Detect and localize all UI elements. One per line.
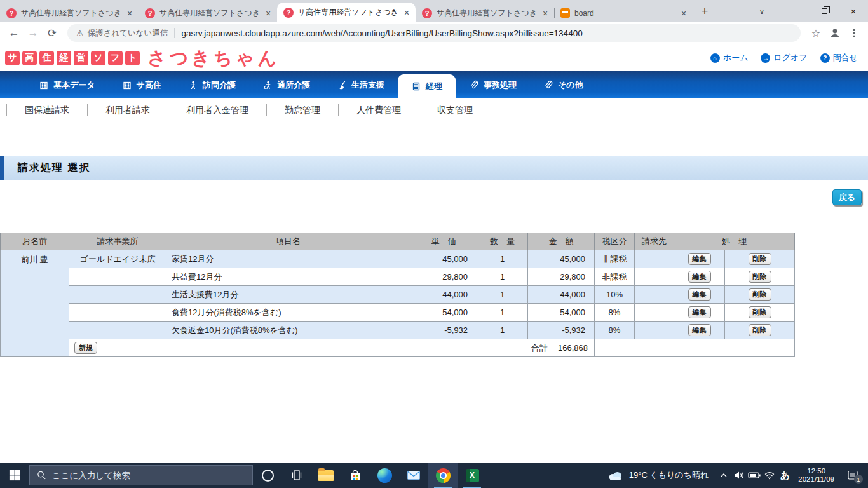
edit-button[interactable]: 編集 bbox=[688, 271, 711, 282]
tab-close-icon[interactable]: × bbox=[679, 8, 689, 18]
office-cell bbox=[69, 304, 166, 322]
delete-button[interactable]: 削除 bbox=[749, 324, 771, 336]
nav-tab-基本データ[interactable]: 基本データ bbox=[25, 71, 109, 98]
edit-button[interactable]: 編集 bbox=[688, 324, 711, 336]
reload-icon[interactable]: ⟳ bbox=[43, 24, 61, 42]
amount-cell: 29,800 bbox=[528, 268, 595, 286]
header-link-logoff[interactable]: →ログオフ bbox=[761, 52, 807, 64]
office-cell bbox=[69, 322, 166, 339]
new-tab-button[interactable]: + bbox=[696, 3, 713, 20]
app-logo: サ高住経営ソフト さつきちゃん bbox=[5, 49, 280, 67]
nav-tab-経理[interactable]: 経理 bbox=[398, 74, 456, 98]
edit-button[interactable]: 編集 bbox=[688, 253, 711, 264]
header-links: ⌂ホーム→ログオフ?問合せ bbox=[710, 52, 858, 64]
delete-button[interactable]: 削除 bbox=[749, 288, 771, 300]
folder-icon bbox=[318, 470, 334, 481]
weather-text: 19°C くもりのち晴れ bbox=[629, 470, 709, 481]
bookmark-star-icon[interactable]: ☆ bbox=[807, 24, 825, 42]
cortana-button[interactable] bbox=[253, 463, 282, 488]
nav-tab-通所介護[interactable]: 通所介護 bbox=[249, 71, 323, 98]
edge-button[interactable] bbox=[370, 463, 399, 488]
amount-cell: -5,932 bbox=[528, 322, 595, 339]
item-cell: 家賃12月分 bbox=[166, 250, 410, 268]
nav-tab-label: 経理 bbox=[426, 81, 442, 92]
billing-row: 生活支援費12月分44,000144,00010%編集削除 bbox=[1, 286, 795, 304]
billto-cell bbox=[635, 304, 674, 322]
subnav-item-勤怠管理[interactable]: 勤怠管理 bbox=[267, 104, 339, 116]
taskbar-search[interactable] bbox=[29, 465, 253, 485]
edit-button[interactable]: 編集 bbox=[688, 288, 711, 300]
tab-title: サ高住専用経営ソフトさつきちゃ bbox=[298, 7, 397, 18]
excel-button[interactable]: X bbox=[458, 463, 487, 488]
tab-close-icon[interactable]: × bbox=[540, 8, 550, 18]
subnav-item-利用者入金管理[interactable]: 利用者入金管理 bbox=[168, 104, 267, 116]
tax-cell: 8% bbox=[595, 322, 635, 339]
ime-indicator[interactable]: あ bbox=[777, 463, 792, 488]
header-link-home[interactable]: ⌂ホーム bbox=[710, 52, 749, 64]
url-text[interactable]: gasrv.japanwest.cloudapp.azure.com/web/A… bbox=[181, 29, 582, 38]
action-center-button[interactable]: 1 bbox=[840, 463, 865, 488]
new-button[interactable]: 新規 bbox=[74, 342, 97, 353]
window-close-button[interactable]: × bbox=[839, 0, 868, 22]
forward-icon[interactable]: → bbox=[24, 24, 42, 42]
store-button[interactable] bbox=[341, 463, 370, 488]
network-icon[interactable] bbox=[762, 463, 777, 488]
browser-tab[interactable]: ?サ高住専用経営ソフトさつきちゃ× bbox=[277, 3, 416, 22]
billing-row: 食費12月分(消費税8%を含む)54,000154,0008%編集削除 bbox=[1, 304, 795, 322]
window-restore-button[interactable] bbox=[810, 0, 839, 22]
address-bar[interactable]: ⚠ 保護されていない通信 gasrv.japanwest.cloudapp.az… bbox=[67, 24, 801, 42]
task-view-button[interactable] bbox=[282, 463, 311, 488]
weather-widget[interactable]: 19°C くもりのち晴れ bbox=[599, 463, 717, 488]
profile-avatar-icon[interactable] bbox=[826, 24, 844, 42]
subnav-item-利用者請求[interactable]: 利用者請求 bbox=[88, 104, 168, 116]
window-minimize-button[interactable] bbox=[780, 0, 810, 22]
nav-tab-事務処理[interactable]: 事務処理 bbox=[456, 71, 530, 98]
tab-search-chevron-icon[interactable]: ∨ bbox=[752, 0, 771, 22]
back-button[interactable]: 戻る bbox=[832, 189, 862, 205]
browser-tab[interactable]: ?サ高住専用経営ソフトさつきちゃ× bbox=[139, 4, 277, 22]
minimize-icon bbox=[792, 11, 798, 11]
tab-close-icon[interactable]: × bbox=[402, 8, 412, 18]
col-header-tax: 税区分 bbox=[595, 233, 635, 250]
billto-cell bbox=[635, 268, 674, 286]
delete-button[interactable]: 削除 bbox=[749, 271, 771, 282]
nav-tab-その他[interactable]: その他 bbox=[530, 71, 597, 98]
file-explorer-button[interactable] bbox=[311, 463, 341, 488]
start-button[interactable] bbox=[0, 463, 29, 488]
back-icon[interactable]: ← bbox=[5, 24, 23, 42]
taskbar-clock[interactable]: 12:50 2021/11/09 bbox=[792, 467, 840, 484]
delete-button[interactable]: 削除 bbox=[749, 253, 771, 264]
qty-cell: 1 bbox=[477, 268, 528, 286]
battery-icon[interactable] bbox=[747, 463, 762, 488]
subnav-item-人件費管理[interactable]: 人件費管理 bbox=[339, 104, 419, 116]
tray-chevron-up-icon[interactable] bbox=[716, 463, 731, 488]
logo-block: 営 bbox=[74, 51, 88, 65]
mail-button[interactable] bbox=[399, 463, 428, 488]
delete-button[interactable]: 削除 bbox=[749, 306, 771, 318]
delete-cell: 削除 bbox=[725, 322, 795, 339]
chrome-button[interactable] bbox=[428, 463, 458, 488]
browser-tab[interactable]: ?サ高住専用経営ソフトさつきちゃ× bbox=[416, 4, 554, 22]
header-link-help[interactable]: ?問合せ bbox=[820, 52, 858, 64]
browser-tab[interactable]: ?サ高住専用経営ソフトさつきちゃ× bbox=[0, 4, 139, 22]
nav-tab-訪問介護[interactable]: 訪問介護 bbox=[175, 71, 249, 98]
calculator-icon bbox=[411, 81, 421, 92]
browser-tab[interactable]: board× bbox=[554, 4, 693, 22]
unit-price-cell: 44,000 bbox=[410, 286, 477, 304]
qty-cell: 1 bbox=[477, 322, 528, 339]
menu-dots-icon[interactable]: ⋮ bbox=[845, 24, 863, 42]
person-icon bbox=[188, 80, 198, 90]
subnav-item-収支管理[interactable]: 収支管理 bbox=[419, 104, 491, 116]
search-input[interactable] bbox=[52, 471, 245, 480]
header-link-label: ホーム bbox=[723, 52, 749, 64]
nav-tab-サ高住[interactable]: サ高住 bbox=[109, 71, 175, 98]
tab-close-icon[interactable]: × bbox=[125, 8, 135, 18]
col-header-name: お名前 bbox=[1, 233, 69, 250]
tab-close-icon[interactable]: × bbox=[263, 8, 273, 18]
speaker-icon[interactable] bbox=[731, 463, 747, 488]
billing-row: 前川 豊ゴールドエイジ末広家賃12月分45,000145,000非課税編集削除 bbox=[1, 250, 795, 268]
question-favicon: ? bbox=[6, 8, 17, 18]
subnav-item-国保連請求[interactable]: 国保連請求 bbox=[6, 104, 88, 116]
edit-button[interactable]: 編集 bbox=[688, 306, 711, 318]
nav-tab-生活支援[interactable]: 生活支援 bbox=[323, 71, 398, 98]
